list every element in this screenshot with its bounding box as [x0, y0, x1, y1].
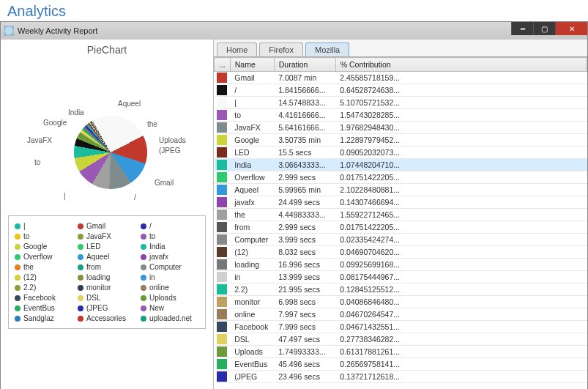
row-name: Overflow	[230, 171, 274, 184]
tab-mozilla[interactable]: Mozilla	[305, 42, 349, 56]
row-duration: 5.99965 min	[274, 184, 335, 196]
legend-swatch	[78, 285, 83, 291]
table-row[interactable]: Gmail7.0087 min2.45585718159...	[215, 72, 587, 84]
titlebar[interactable]: Weekly Activity Report ━ ▢ ✕	[1, 22, 587, 40]
col-name[interactable]: Name	[230, 58, 274, 72]
row-name: (12)	[230, 246, 274, 259]
row-contribution: 2.45585718159...	[335, 72, 587, 84]
table-row[interactable]: 2.2)21.995 secs0.12845125512...	[215, 284, 587, 296]
close-button[interactable]: ✕	[555, 22, 587, 35]
table-row[interactable]: India3.06643333...1.07448204710...	[215, 159, 587, 171]
legend-swatch	[78, 244, 83, 250]
table-row[interactable]: Uploads1.74993333...0.61317881261...	[215, 346, 587, 358]
legend-item: uploaded.net	[141, 314, 199, 322]
row-color	[215, 259, 231, 271]
app-icon	[4, 26, 14, 36]
row-contribution: 0.09925699168...	[335, 259, 587, 271]
table-row[interactable]: Google3.50735 min1.22897979452...	[215, 134, 587, 147]
table-row[interactable]: to4.41616666...1.54743028285...	[215, 109, 587, 122]
row-duration: 5.64161666...	[274, 122, 335, 134]
table-row[interactable]: /1.84156666...0.64528724638...	[215, 84, 587, 97]
legend-label: (12)	[23, 273, 37, 281]
table-row[interactable]: from2.999 secs0.01751422205...	[215, 221, 587, 234]
legend-item: loading	[78, 273, 136, 281]
minimize-button[interactable]: ━	[511, 22, 533, 35]
row-color	[215, 97, 231, 109]
legend-label: DSL	[86, 294, 100, 302]
col-duration[interactable]: Duration	[274, 58, 335, 72]
row-contribution: 5.10705721532...	[335, 97, 587, 109]
row-name: Google	[230, 134, 274, 147]
left-panel: PieChart AqueelIndiaGoogletheJavaFXUploa…	[1, 40, 213, 389]
table-row[interactable]: monitor6.998 secs0.04086846480...	[215, 296, 587, 308]
row-color	[215, 284, 231, 296]
chart-title: PieChart	[1, 40, 213, 57]
table-row[interactable]: (JPEG23.496 secs0.13721712618...	[215, 371, 587, 383]
legend-item: to	[15, 232, 73, 240]
table-row[interactable]: LED15.5 secs0.09052032073...	[215, 147, 587, 159]
legend-label: Computer	[149, 263, 182, 271]
table-row[interactable]: javafx24.499 secs0.14307466694...	[215, 196, 587, 209]
table-row[interactable]: DSL47.497 secs0.27738346282...	[215, 333, 587, 346]
row-name: 2.2)	[230, 284, 274, 296]
legend-swatch	[141, 234, 146, 240]
table-row[interactable]: Overflow2.999 secs0.01751422205...	[215, 171, 587, 184]
legend-swatch	[15, 234, 21, 240]
table-row[interactable]: JavaFX5.64161666...1.97682948430...	[215, 122, 587, 134]
pie-label: Gmail	[155, 179, 174, 187]
legend-label: EventBus	[23, 304, 55, 312]
pie-label: |	[64, 192, 66, 200]
table-row[interactable]: (12)8.032 secs0.04690704620...	[215, 246, 587, 259]
row-name: JavaFX	[230, 122, 274, 134]
table-row[interactable]: online7.997 secs0.04670264547...	[215, 308, 587, 321]
row-color	[215, 358, 231, 371]
tab-home[interactable]: Home	[217, 42, 257, 56]
row-contribution: 0.14307466694...	[335, 196, 587, 209]
row-duration: 47.497 secs	[274, 333, 335, 346]
table-row[interactable]: EventBus45.496 secs0.26569758141...	[215, 358, 587, 371]
legend-swatch	[78, 254, 83, 260]
tab-bar: HomeFirefoxMozilla	[214, 40, 587, 56]
row-color	[215, 296, 231, 308]
row-duration: 14.5748833...	[274, 97, 335, 109]
legend-label: |	[23, 222, 26, 230]
legend-swatch	[141, 275, 146, 281]
row-color	[215, 308, 231, 321]
legend-label: Overflow	[23, 253, 52, 261]
legend-swatch	[78, 264, 83, 270]
legend-label: Sandglaz	[23, 314, 54, 322]
table-row[interactable]: Facebook7.999 secs0.04671432551...	[215, 321, 587, 333]
legend-item: (JPEG	[78, 304, 136, 312]
row-color	[215, 109, 231, 122]
row-name: /	[230, 84, 274, 97]
table-row[interactable]: |14.5748833...5.10705721532...	[215, 97, 587, 109]
table-row[interactable]: Aqueel5.99965 min2.10228480881...	[215, 184, 587, 196]
activity-table-wrap[interactable]: ... Name Duration % Contribution Gmail7.…	[214, 56, 587, 389]
table-row[interactable]: Computer3.999 secs0.02335424274...	[215, 234, 587, 246]
row-duration: 6.998 secs	[274, 296, 335, 308]
col-color[interactable]: ...	[215, 58, 231, 72]
legend-label: /	[149, 222, 152, 230]
tab-firefox[interactable]: Firefox	[259, 42, 303, 56]
row-duration: 16.996 secs	[274, 259, 335, 271]
row-duration: 24.499 secs	[274, 196, 335, 209]
row-name: javafx	[230, 196, 274, 209]
table-row[interactable]: the4.44983333...1.55922712465...	[215, 209, 587, 221]
legend-item: Gmail	[78, 222, 136, 230]
row-duration: 2.999 secs	[274, 221, 335, 234]
row-contribution: 1.22897979452...	[335, 134, 587, 147]
row-color	[215, 271, 231, 284]
legend-swatch	[141, 223, 146, 229]
row-name: loading	[230, 259, 274, 271]
legend-item: Sandglaz	[15, 314, 73, 322]
row-contribution: 0.61317881261...	[335, 346, 587, 358]
legend-swatch	[141, 295, 146, 301]
table-row[interactable]: in13.999 secs0.08175444967...	[215, 271, 587, 284]
table-row[interactable]: loading16.996 secs0.09925699168...	[215, 259, 587, 271]
row-contribution: 0.64528724638...	[335, 84, 587, 97]
row-contribution: 0.04670264547...	[335, 308, 587, 321]
legend-swatch	[15, 305, 21, 311]
col-contribution[interactable]: % Contribution	[335, 58, 587, 72]
right-panel: HomeFirefoxMozilla ... Name Duration % C…	[213, 40, 587, 389]
maximize-button[interactable]: ▢	[533, 22, 555, 35]
